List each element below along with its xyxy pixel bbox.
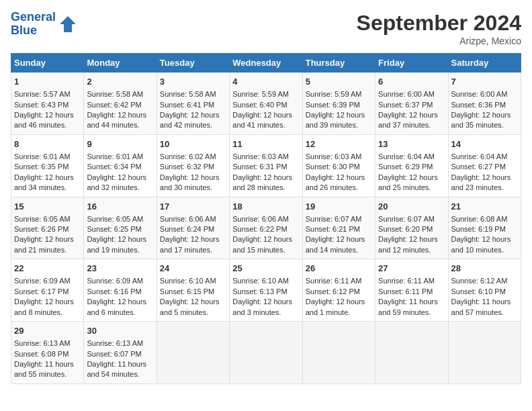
day-info-line: Sunrise: 6:03 AM: [232, 152, 299, 162]
calendar-cell: [302, 322, 375, 384]
day-info-line: Sunset: 6:29 PM: [378, 162, 445, 172]
week-row: 1Sunrise: 5:57 AMSunset: 6:43 PMDaylight…: [11, 73, 521, 135]
day-number: 14: [451, 138, 518, 150]
logo-icon: [58, 15, 77, 34]
day-info-line: Sunrise: 6:07 AM: [378, 214, 445, 224]
day-info-line: Sunrise: 6:07 AM: [306, 214, 372, 224]
day-info-line: Sunrise: 6:05 AM: [14, 214, 81, 224]
calendar-cell: 3Sunrise: 5:58 AMSunset: 6:41 PMDaylight…: [157, 73, 229, 135]
day-info-line: and 59 minutes.: [378, 308, 445, 318]
day-info-line: Sunrise: 5:58 AM: [160, 89, 226, 99]
day-info-line: Sunset: 6:24 PM: [160, 224, 226, 234]
day-info-line: Sunset: 6:30 PM: [306, 162, 372, 172]
day-info-line: Daylight: 12 hours: [451, 234, 518, 244]
calendar-cell: [448, 322, 521, 384]
day-info-line: and 23 minutes.: [451, 183, 518, 193]
calendar-table: SundayMondayTuesdayWednesdayThursdayFrid…: [11, 53, 521, 384]
day-info-line: Sunset: 6:20 PM: [378, 224, 445, 234]
day-info-line: and 26 minutes.: [306, 183, 372, 193]
day-info-line: and 5 minutes.: [160, 308, 226, 318]
col-header-thursday: Thursday: [302, 54, 375, 73]
day-info-line: Daylight: 12 hours: [87, 173, 153, 183]
day-info-line: Sunset: 6:15 PM: [160, 287, 226, 297]
col-header-saturday: Saturday: [448, 54, 521, 73]
day-info-line: and 21 minutes.: [14, 245, 81, 255]
page-header: General Blue September 2024 Arizpe, Mexi…: [11, 11, 521, 46]
day-info-line: Sunset: 6:21 PM: [306, 224, 372, 234]
day-number: 8: [14, 138, 81, 150]
calendar-cell: 1Sunrise: 5:57 AMSunset: 6:43 PMDaylight…: [11, 73, 84, 135]
month-title: September 2024: [357, 11, 521, 36]
day-info-line: Sunrise: 6:00 AM: [378, 89, 445, 99]
calendar-cell: 29Sunrise: 6:13 AMSunset: 6:08 PMDayligh…: [11, 322, 84, 384]
col-header-wednesday: Wednesday: [230, 54, 302, 73]
day-info-line: and 10 minutes.: [451, 245, 518, 255]
day-info-line: Sunrise: 6:09 AM: [14, 276, 81, 286]
week-row: 22Sunrise: 6:09 AMSunset: 6:17 PMDayligh…: [11, 259, 521, 322]
day-number: 23: [87, 263, 153, 275]
day-info-line: Daylight: 12 hours: [14, 110, 81, 120]
day-number: 1: [14, 76, 81, 88]
calendar-cell: 8Sunrise: 6:01 AMSunset: 6:35 PMDaylight…: [11, 134, 84, 197]
day-number: 6: [378, 76, 445, 88]
day-info-line: and 15 minutes.: [232, 245, 299, 255]
day-info-line: Sunrise: 6:04 AM: [451, 152, 518, 162]
day-number: 25: [232, 263, 299, 275]
day-info-line: Sunset: 6:16 PM: [87, 287, 153, 297]
logo: General Blue: [11, 11, 77, 38]
calendar-cell: 27Sunrise: 6:11 AMSunset: 6:11 PMDayligh…: [375, 259, 448, 322]
col-header-sunday: Sunday: [11, 54, 84, 73]
day-info-line: Daylight: 11 hours: [451, 297, 518, 307]
day-info-line: Daylight: 11 hours: [378, 297, 445, 307]
calendar-cell: 23Sunrise: 6:09 AMSunset: 6:16 PMDayligh…: [84, 259, 157, 322]
day-info-line: Sunrise: 5:57 AM: [14, 89, 81, 99]
calendar-cell: 13Sunrise: 6:04 AMSunset: 6:29 PMDayligh…: [375, 134, 448, 197]
day-number: 30: [87, 325, 153, 337]
day-info-line: Daylight: 12 hours: [306, 173, 372, 183]
day-info-line: and 12 minutes.: [378, 245, 445, 255]
day-info-line: Sunset: 6:13 PM: [232, 287, 299, 297]
day-info-line: and 41 minutes.: [232, 120, 299, 130]
calendar-body: 1Sunrise: 5:57 AMSunset: 6:43 PMDaylight…: [11, 73, 521, 384]
day-info-line: and 17 minutes.: [160, 245, 226, 255]
day-info-line: Daylight: 12 hours: [451, 110, 518, 120]
calendar-cell: 24Sunrise: 6:10 AMSunset: 6:15 PMDayligh…: [157, 259, 229, 322]
calendar-cell: 20Sunrise: 6:07 AMSunset: 6:20 PMDayligh…: [375, 197, 448, 259]
location: Arizpe, Mexico: [357, 36, 521, 46]
day-info-line: Sunset: 6:22 PM: [232, 224, 299, 234]
day-number: 9: [87, 138, 153, 150]
day-info-line: Sunset: 6:43 PM: [14, 100, 81, 110]
calendar-cell: 19Sunrise: 6:07 AMSunset: 6:21 PMDayligh…: [302, 197, 375, 259]
day-info-line: Daylight: 12 hours: [160, 234, 226, 244]
col-header-friday: Friday: [375, 54, 448, 73]
day-info-line: Sunrise: 6:09 AM: [87, 276, 153, 286]
day-info-line: Sunset: 6:32 PM: [160, 162, 226, 172]
header-row: SundayMondayTuesdayWednesdayThursdayFrid…: [11, 54, 521, 73]
day-number: 11: [232, 138, 299, 150]
day-info-line: Sunset: 6:37 PM: [378, 100, 445, 110]
day-number: 2: [87, 76, 153, 88]
day-info-line: and 39 minutes.: [306, 120, 372, 130]
day-info-line: Sunrise: 6:03 AM: [306, 152, 372, 162]
day-info-line: Sunrise: 6:13 AM: [87, 338, 153, 349]
week-row: 8Sunrise: 6:01 AMSunset: 6:35 PMDaylight…: [11, 134, 521, 197]
day-info-line: and 25 minutes.: [378, 183, 445, 193]
day-info-line: Sunrise: 5:59 AM: [306, 89, 372, 99]
day-info-line: Sunset: 6:19 PM: [451, 224, 518, 234]
day-number: 15: [14, 201, 81, 213]
day-info-line: Sunrise: 6:11 AM: [378, 276, 445, 286]
day-info-line: Daylight: 11 hours: [14, 359, 81, 369]
calendar-cell: 10Sunrise: 6:02 AMSunset: 6:32 PMDayligh…: [157, 134, 229, 197]
calendar-cell: 12Sunrise: 6:03 AMSunset: 6:30 PMDayligh…: [302, 134, 375, 197]
calendar-cell: 22Sunrise: 6:09 AMSunset: 6:17 PMDayligh…: [11, 259, 84, 322]
day-info-line: Sunset: 6:12 PM: [306, 287, 372, 297]
title-block: September 2024 Arizpe, Mexico: [357, 11, 521, 46]
logo-line2: Blue: [11, 24, 37, 37]
day-info-line: Sunset: 6:42 PM: [87, 100, 153, 110]
day-info-line: Daylight: 12 hours: [306, 234, 372, 244]
day-info-line: Sunrise: 6:06 AM: [232, 214, 299, 224]
day-info-line: Sunrise: 6:11 AM: [306, 276, 372, 286]
calendar-cell: 25Sunrise: 6:10 AMSunset: 6:13 PMDayligh…: [230, 259, 302, 322]
calendar-header: SundayMondayTuesdayWednesdayThursdayFrid…: [11, 54, 521, 73]
day-info-line: Sunrise: 5:58 AM: [87, 89, 153, 99]
